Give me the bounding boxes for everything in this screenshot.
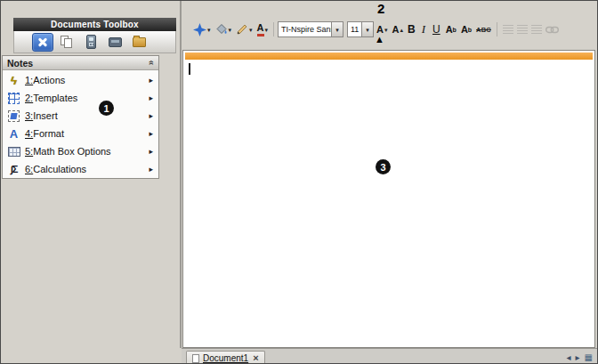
align-left-icon[interactable] [503,25,513,34]
menu-item-insert[interactable]: 3:Insert ▸ [3,107,158,125]
italic-button[interactable]: I [418,20,429,38]
font-family-value: TI-Nspire Sans [279,25,331,34]
submenu-arrow-icon: ▸ [149,147,153,156]
menu-item-format[interactable]: A 4:Format ▸ [3,125,158,142]
toolbox-title: Documents Toolbox [51,20,139,29]
dropdown-caret-icon: ▾ [265,27,269,33]
integral-sigma-icon: ∫Σ [6,162,21,176]
menu-item-calculations[interactable]: ∫Σ 6:Calculations ▸ [3,160,158,178]
math-box-grid-icon [6,144,21,158]
dropdown-caret-icon: ▾ [207,27,211,33]
submenu-arrow-icon: ▸ [149,111,153,120]
font-size-select[interactable]: 11 ▾ [347,21,374,37]
underline-button[interactable]: U [430,20,443,38]
page-sorter-icon[interactable]: ▦ [585,353,593,362]
document-page[interactable] [182,50,595,348]
dropdown-caret-icon: ▾ [229,27,232,33]
pencil-icon [236,23,248,36]
submenu-arrow-icon: ▸ [149,129,153,138]
font-size-value: 11 [348,25,361,34]
document-tab-label: Document1 [203,353,248,363]
toolbar-separator [273,22,274,36]
callout-2: 2 [377,1,384,16]
link-icon[interactable] [545,26,559,34]
tab-page-sorter[interactable] [56,33,77,52]
notes-panel: Notes » ϟ 1:Actions ▸ 2:Templates ▸ 3:In… [2,55,159,179]
callout-3: 3 [376,159,391,174]
increase-font-label: A [392,24,399,35]
panel-splitter[interactable] [180,1,182,348]
tools-button[interactable]: ▾ [191,20,213,38]
superscript-base: A [446,24,453,35]
superscript-mark: b [453,27,457,33]
submenu-arrow-icon: ▸ [149,76,153,85]
text-color-button[interactable]: A ▾ [255,20,270,38]
lightning-icon: ϟ [6,73,21,87]
dropdown-caret-icon: ▾ [366,27,369,33]
text-color-letter-icon: A [257,22,264,36]
tab-document-tools[interactable] [32,33,53,52]
toolbox-header: Documents Toolbox [13,18,176,31]
calculator-icon [86,35,96,49]
templates-grid-icon [6,91,21,105]
menu-item-label: 6:Calculations [25,164,145,174]
caret-up-icon: ▴ [400,27,403,33]
tab-smartview[interactable] [80,33,101,52]
menu-item-label: 2:Templates [25,93,145,103]
subscript-mark: b [468,27,472,33]
font-size-dropdown-button[interactable]: ▾ [361,22,373,36]
document-tab[interactable]: Document1 × [186,351,265,364]
format-letter-icon: A [6,126,21,141]
document-tabbar: Document1 × ◂ ▸ ▦ [182,348,597,364]
align-center-icon[interactable] [517,25,528,34]
menu-item-label: 1:Actions [25,75,145,85]
alignment-group [503,25,559,34]
dropdown-caret-icon: ▾ [335,27,339,33]
submenu-arrow-icon: ▸ [149,93,153,102]
align-right-icon[interactable] [531,25,542,34]
line-color-button[interactable]: ▾ [234,20,255,38]
menu-item-label: 5:Math Box Options [25,146,145,157]
menu-item-math-box-options[interactable]: 5:Math Box Options ▸ [3,142,158,160]
pages-icon [60,35,74,49]
prev-page-icon[interactable]: ◂ [566,353,570,362]
toolbar-separator [497,22,497,36]
insert-shape-icon [6,109,21,123]
tab-utilities[interactable] [128,33,150,52]
dropdown-caret-icon: ▾ [249,27,253,33]
tab-navigation: ◂ ▸ ▦ [566,353,593,362]
subscript-button[interactable]: A b [459,20,473,38]
menu-item-actions[interactable]: ϟ 1:Actions ▸ [3,71,158,89]
wrench-icon [36,36,49,48]
subscript-base: A [461,24,468,35]
page-title-bar [185,53,593,60]
notes-panel-title: Notes [7,58,149,69]
toolbox-tabstrip [13,31,176,53]
bold-button[interactable]: B [406,20,417,38]
text-cursor [189,63,190,75]
fill-color-button[interactable]: ▾ [214,20,234,38]
notes-panel-header[interactable]: Notes » [3,56,158,70]
menu-item-templates[interactable]: 2:Templates ▸ [3,89,158,107]
collapse-chevron-icon[interactable]: » [147,61,157,66]
next-page-icon[interactable]: ▸ [576,353,580,362]
blue-star-icon [193,23,206,36]
increase-font-button[interactable]: A ▴ [390,20,404,38]
tab-content-explorer[interactable] [104,33,125,52]
drive-icon [109,37,122,47]
paint-bucket-icon [215,23,228,36]
menu-item-label: 4:Format [25,128,145,139]
tinspire-window: Documents Toolbox Notes » ϟ 1:Actions ▸ [0,0,598,364]
font-family-dropdown-button[interactable]: ▾ [331,22,343,36]
strikethrough-button[interactable]: ABC [474,20,493,38]
notes-menu: ϟ 1:Actions ▸ 2:Templates ▸ 3:Insert ▸ A… [3,70,158,178]
callout-1: 1 [99,101,114,116]
callout-pointer-icon: ▲ [375,35,384,44]
folder-icon [133,37,146,47]
font-family-select[interactable]: TI-Nspire Sans ▾ [278,21,343,37]
close-icon[interactable]: × [253,353,258,363]
document-page-icon [192,354,199,363]
menu-item-label: 3:Insert [25,110,145,121]
submenu-arrow-icon: ▸ [149,165,153,174]
superscript-button[interactable]: A b [444,20,458,38]
